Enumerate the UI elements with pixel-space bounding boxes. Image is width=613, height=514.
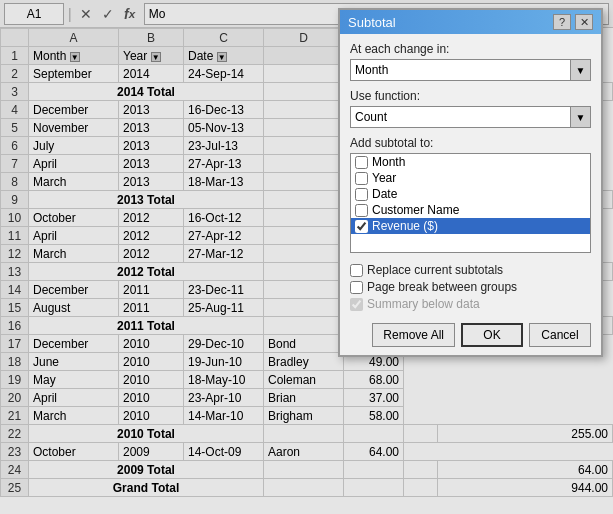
- use-function-select[interactable]: Count: [350, 106, 571, 128]
- ok-button[interactable]: OK: [461, 323, 523, 347]
- subtotal-checkbox-item[interactable]: Revenue ($): [351, 218, 590, 234]
- summary-below-label: Summary below data: [367, 297, 480, 311]
- subtotal-checkbox-label-1: Year: [372, 171, 586, 185]
- subtotal-checkbox-revenue-($)[interactable]: [355, 220, 368, 233]
- subtotal-checkbox-list: MonthYearDateCustomer NameRevenue ($): [350, 153, 591, 253]
- add-subtotal-label: Add subtotal to:: [350, 136, 591, 150]
- subtotal-checkbox-item[interactable]: Year: [351, 170, 590, 186]
- subtotal-dialog: Subtotal ? ✕ At each change in: Month ▼ …: [338, 8, 603, 357]
- subtotal-checkbox-year[interactable]: [355, 172, 368, 185]
- dialog-help-button[interactable]: ?: [553, 14, 571, 30]
- dialog-overlay: Subtotal ? ✕ At each change in: Month ▼ …: [0, 0, 613, 514]
- bottom-checkboxes: Replace current subtotals Page break bet…: [350, 263, 591, 311]
- replace-current-check-item: Replace current subtotals: [350, 263, 591, 277]
- subtotal-checkbox-label-2: Date: [372, 187, 586, 201]
- summary-below-check-item: Summary below data: [350, 297, 591, 311]
- subtotal-checkbox-month[interactable]: [355, 156, 368, 169]
- dialog-titlebar: Subtotal ? ✕: [340, 10, 601, 34]
- at-each-change-select[interactable]: Month: [350, 59, 571, 81]
- use-function-arrow[interactable]: ▼: [571, 106, 591, 128]
- use-function-wrap: Count ▼: [350, 106, 591, 128]
- summary-below-checkbox[interactable]: [350, 298, 363, 311]
- subtotal-checkbox-date[interactable]: [355, 188, 368, 201]
- dialog-controls: ? ✕: [553, 14, 593, 30]
- remove-all-button[interactable]: Remove All: [372, 323, 455, 347]
- page-break-checkbox[interactable]: [350, 281, 363, 294]
- dialog-title: Subtotal: [348, 15, 396, 30]
- at-each-change-arrow[interactable]: ▼: [571, 59, 591, 81]
- subtotal-checkbox-customer-name[interactable]: [355, 204, 368, 217]
- replace-current-checkbox[interactable]: [350, 264, 363, 277]
- spreadsheet-container: | ✕ ✓ fx A B C D: [0, 0, 613, 514]
- subtotal-checkbox-label-0: Month: [372, 155, 586, 169]
- dialog-body: At each change in: Month ▼ Use function:…: [340, 34, 601, 355]
- cancel-button[interactable]: Cancel: [529, 323, 591, 347]
- subtotal-checkbox-item[interactable]: Customer Name: [351, 202, 590, 218]
- subtotal-checkbox-label-4: Revenue ($): [372, 219, 586, 233]
- replace-current-label: Replace current subtotals: [367, 263, 503, 277]
- subtotal-checkbox-item[interactable]: Month: [351, 154, 590, 170]
- at-each-change-wrap: Month ▼: [350, 59, 591, 81]
- page-break-check-item: Page break between groups: [350, 280, 591, 294]
- dialog-close-button[interactable]: ✕: [575, 14, 593, 30]
- page-break-label: Page break between groups: [367, 280, 517, 294]
- subtotal-checkbox-label-3: Customer Name: [372, 203, 586, 217]
- dialog-buttons: Remove All OK Cancel: [350, 319, 591, 347]
- subtotal-checkbox-item[interactable]: Date: [351, 186, 590, 202]
- at-each-change-label: At each change in:: [350, 42, 591, 56]
- use-function-label: Use function:: [350, 89, 591, 103]
